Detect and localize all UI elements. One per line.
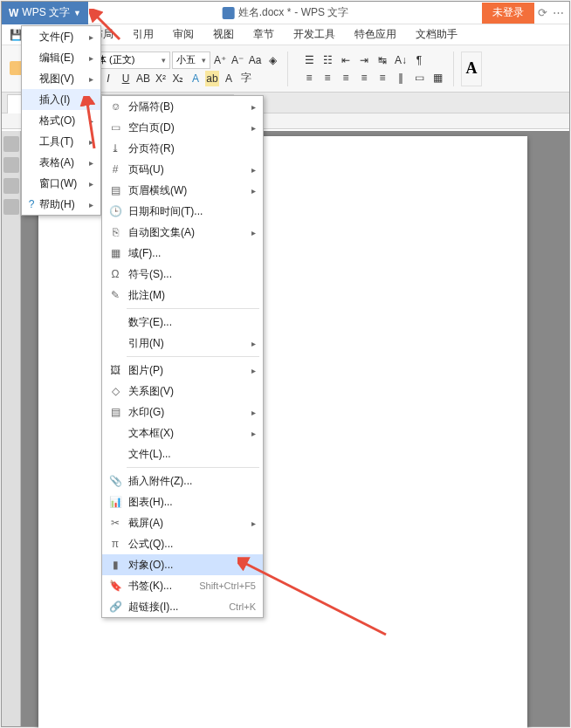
hy-icon: 🔗 (102, 601, 128, 613)
indent-icon[interactable]: ⇥ (355, 52, 373, 68)
dt-icon: 🕒 (102, 205, 128, 217)
submenu-item[interactable]: Ω符号(S)... (102, 264, 263, 285)
grow-font-icon[interactable]: A⁺ (212, 52, 228, 68)
align-center-icon[interactable]: ≡ (319, 70, 336, 86)
submenu-item[interactable]: ◇关系图(V) (102, 381, 263, 402)
borders-icon[interactable]: ▦ (429, 70, 446, 86)
justify-icon[interactable]: ≡ (355, 70, 373, 86)
submenu-item-label: 图表(H)... (128, 495, 256, 510)
app-menu-button[interactable]: W WPS 文字 ▼ (2, 2, 88, 24)
submenu-item-label: 引用(N) (128, 336, 244, 351)
align-left-icon[interactable]: ≡ (300, 70, 318, 86)
ribbon-tab[interactable]: 审阅 (164, 24, 203, 45)
numbering-icon[interactable]: ☷ (319, 52, 336, 68)
menu-item[interactable]: ?帮助(H)▸ (22, 194, 100, 215)
submenu-item-label: 公式(Q)... (128, 537, 256, 552)
shading-icon[interactable]: ▭ (410, 70, 428, 86)
superscript-icon[interactable]: X² (153, 71, 169, 86)
ribbon-tab[interactable]: 引用 (124, 24, 162, 45)
subscript-icon[interactable]: X₂ (170, 71, 186, 86)
submenu-item[interactable]: 📊图表(H)... (102, 491, 263, 512)
style-normal[interactable]: A (461, 52, 482, 86)
app-name: - WPS 文字 (294, 5, 348, 20)
char-shading-icon[interactable]: A (221, 71, 237, 86)
sort-icon[interactable]: A↓ (392, 52, 409, 68)
submenu-item[interactable]: 文本框(X)▸ (102, 422, 263, 443)
submenu-item[interactable]: 文件(L)... (102, 443, 263, 464)
submenu-item[interactable]: ▤页眉横线(W)▸ (102, 180, 263, 201)
title-controls: ⟳ ⋯ (538, 6, 569, 19)
submenu-item[interactable]: ▤水印(G)▸ (102, 402, 263, 422)
ribbon-tab[interactable]: 文档助手 (407, 24, 466, 45)
italic-icon[interactable]: I (100, 71, 116, 86)
paragraph-group: ☰ ☷ ⇤ ⇥ ↹ A↓ ¶ ≡ ≡ ≡ ≡ ≡ ‖ ▭ ▦ (300, 52, 446, 86)
tab-icon[interactable]: ↹ (374, 52, 391, 68)
doc-name: 姓名.docx * (238, 5, 292, 20)
ribbon-tab[interactable]: 章节 (244, 24, 283, 45)
submenu-arrow-icon: ▸ (251, 366, 256, 375)
underline-icon[interactable]: U (118, 71, 134, 86)
font-group: 宋体 (正文)▾ 小五▾ A⁺ A⁻ Aa ◈ B I U AB X² X₂ A… (83, 52, 280, 86)
clear-format-icon[interactable]: ◈ (265, 52, 280, 68)
submenu-item[interactable]: ▦域(F)... (102, 243, 263, 264)
show-marks-icon[interactable]: ¶ (410, 52, 428, 68)
submenu-arrow-icon: ▸ (251, 408, 256, 417)
rel-icon: ◇ (102, 385, 128, 397)
sidebar-icon[interactable] (3, 178, 19, 194)
line-spacing-icon[interactable]: ‖ (392, 70, 409, 86)
svg-line-1 (87, 103, 94, 148)
submenu-item-label: 图片(P) (128, 363, 244, 378)
submenu-item[interactable]: π公式(Q)... (102, 533, 263, 554)
char-border-icon[interactable]: 字 (238, 71, 254, 86)
submenu-item[interactable]: ✂截屏(A)▸ (102, 512, 263, 533)
sidebar-icon[interactable] (3, 157, 19, 173)
sym-icon: Ω (102, 268, 128, 280)
menu-item[interactable]: 视图(V)▸ (22, 68, 100, 89)
font-size-select[interactable]: 小五▾ (172, 52, 210, 69)
distribute-icon[interactable]: ≡ (374, 70, 391, 86)
menu-item[interactable]: 窗口(W)▸ (22, 173, 100, 194)
ribbon-tab[interactable]: 特色应用 (346, 24, 405, 45)
annotation-arrow-icon (70, 96, 122, 157)
submenu-item[interactable]: 数字(E)... (102, 312, 263, 333)
submenu-item[interactable]: ⤓分页符(R) (102, 138, 263, 159)
menu-item-label: 帮助(H) (39, 197, 82, 212)
ribbon-tab[interactable]: 视图 (204, 24, 243, 45)
outdent-icon[interactable]: ⇤ (337, 52, 354, 68)
submenu-item-label: 超链接(I)... (128, 600, 220, 615)
pn-icon: # (102, 163, 128, 175)
submenu-item-label: 日期和时间(T)... (128, 204, 256, 219)
strike-icon[interactable]: AB (135, 71, 151, 86)
highlight-icon[interactable]: ab (205, 71, 219, 86)
sidebar-icon[interactable] (3, 136, 19, 152)
submenu-item-label: 页眉横线(W) (128, 183, 244, 198)
submenu-item[interactable]: #页码(U)▸ (102, 159, 263, 180)
separator (453, 52, 454, 86)
at-icon: ⎘ (102, 226, 128, 238)
font-color-icon[interactable]: A (188, 71, 203, 86)
submenu-item[interactable]: ✎批注(M) (102, 285, 263, 306)
submenu-arrow-icon: ▸ (89, 200, 93, 209)
hl-icon: ▤ (102, 184, 128, 196)
sidebar-icon[interactable] (3, 199, 19, 215)
menu-item[interactable]: 编辑(E)▸ (22, 47, 100, 68)
submenu-item[interactable]: ⎘自动图文集(A)▸ (102, 222, 263, 243)
align-right-icon[interactable]: ≡ (337, 70, 354, 86)
ribbon-tab[interactable]: 开发工具 (285, 24, 344, 45)
submenu-item[interactable]: 🖼图片(P)▸ (102, 360, 263, 381)
sync-icon[interactable]: ⟳ (538, 6, 547, 19)
submenu-item-label: 截屏(A) (128, 516, 244, 531)
login-button[interactable]: 未登录 (482, 3, 534, 24)
submenu-item[interactable]: ⎊分隔符(B)▸ (102, 96, 263, 117)
submenu-item[interactable]: 引用(N)▸ (102, 333, 263, 354)
more-icon[interactable]: ⋯ (553, 6, 564, 19)
bullets-icon[interactable]: ☰ (300, 52, 318, 68)
submenu-item[interactable]: ▭空白页(D)▸ (102, 117, 263, 138)
change-case-icon[interactable]: Aa (247, 52, 263, 68)
submenu-item[interactable]: 📎插入附件(Z)... (102, 470, 263, 491)
shrink-font-icon[interactable]: A⁻ (230, 52, 245, 68)
obj-icon: ▮ (102, 559, 128, 571)
submenu-item-label: 分页符(R) (128, 141, 256, 156)
submenu-item[interactable]: 🕒日期和时间(T)... (102, 201, 263, 222)
svg-line-0 (96, 16, 120, 39)
